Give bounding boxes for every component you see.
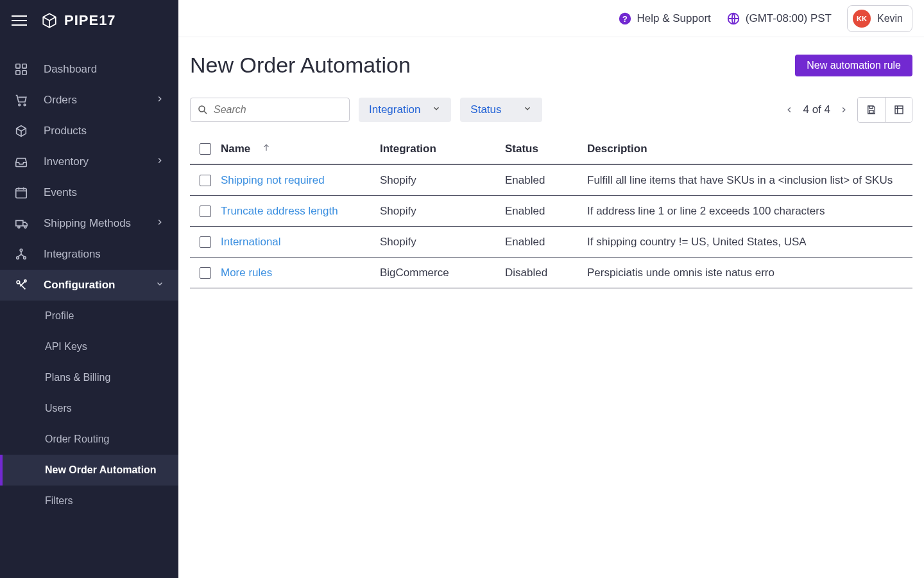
new-automation-rule-button[interactable]: New automation rule — [795, 55, 912, 76]
svg-text:?: ? — [622, 13, 628, 23]
help-icon: ? — [618, 12, 632, 26]
automation-table: Name Integration Status Description Ship… — [190, 134, 912, 288]
cell-description: If address line 1 or line 2 exceeds 100 … — [587, 205, 912, 218]
columns-view-button[interactable] — [885, 98, 912, 122]
avatar: KK — [853, 10, 871, 28]
sidebar-item-label: Integrations — [44, 248, 101, 261]
svg-rect-7 — [16, 220, 23, 225]
chevron-down-icon — [155, 279, 164, 292]
subnav-profile[interactable]: Profile — [0, 301, 178, 331]
sidebar-item-integrations[interactable]: Integrations — [0, 239, 178, 270]
tools-icon — [14, 278, 31, 292]
subnav-plans-billing[interactable]: Plans & Billing — [0, 362, 178, 393]
subnav-filters[interactable]: Filters — [0, 486, 178, 516]
sidebar-item-shipping-methods[interactable]: Shipping Methods — [0, 208, 178, 239]
column-name[interactable]: Name — [221, 143, 380, 156]
column-status[interactable]: Status — [505, 143, 587, 155]
column-integration[interactable]: Integration — [380, 143, 505, 155]
select-all-checkbox[interactable] — [200, 143, 211, 155]
cell-status: Enabled — [505, 205, 587, 218]
help-support-link[interactable]: ? Help & Support — [618, 12, 711, 26]
column-label: Integration — [380, 143, 436, 155]
rule-link[interactable]: Truncate address length — [221, 205, 338, 217]
row-checkbox[interactable] — [200, 206, 211, 217]
cell-status: Disabled — [505, 267, 587, 279]
save-icon — [866, 104, 877, 116]
sidebar-item-events[interactable]: Events — [0, 177, 178, 208]
svg-point-18 — [199, 106, 205, 112]
rule-link[interactable]: More rules — [221, 267, 272, 279]
brand-logo[interactable]: PIPE17 — [41, 12, 116, 29]
svg-rect-2 — [16, 71, 20, 74]
table-header: Name Integration Status Description — [190, 134, 912, 165]
sidebar-item-orders[interactable]: Orders — [0, 85, 178, 116]
sidebar-item-inventory[interactable]: Inventory — [0, 146, 178, 177]
rule-link[interactable]: Shipping not required — [221, 174, 325, 186]
brand-name: PIPE17 — [64, 12, 116, 29]
subnav-order-routing[interactable]: Order Routing — [0, 424, 178, 455]
svg-rect-3 — [22, 71, 26, 74]
svg-point-5 — [24, 104, 26, 106]
user-menu[interactable]: KK Kevin — [847, 5, 912, 32]
truck-icon — [14, 216, 31, 231]
svg-point-14 — [24, 280, 26, 282]
cart-icon — [14, 93, 31, 107]
table-row: Shipping not required Shopify Enabled Fu… — [190, 165, 912, 196]
sidebar-item-label: Orders — [44, 94, 77, 107]
svg-rect-1 — [22, 64, 26, 68]
user-name: Kevin — [877, 13, 903, 24]
svg-point-11 — [17, 257, 19, 259]
svg-point-9 — [24, 226, 26, 228]
svg-rect-0 — [16, 64, 20, 68]
sidebar-item-dashboard[interactable]: Dashboard — [0, 54, 178, 85]
cell-description: Fulfill all line items that have SKUs in… — [587, 174, 912, 187]
pager-next[interactable] — [839, 105, 848, 114]
subnav-api-keys[interactable]: API Keys — [0, 331, 178, 362]
column-description[interactable]: Description — [587, 143, 912, 155]
column-label: Status — [505, 143, 538, 155]
cell-status: Enabled — [505, 174, 587, 187]
cell-integration: BigCommerce — [380, 267, 505, 279]
subnav-users[interactable]: Users — [0, 393, 178, 424]
save-view-button[interactable] — [858, 98, 885, 122]
row-checkbox[interactable] — [200, 236, 211, 248]
cell-status: Enabled — [505, 236, 587, 249]
row-checkbox[interactable] — [200, 267, 211, 279]
table-row: More rules BigCommerce Disabled Perspici… — [190, 258, 912, 288]
sidebar-item-configuration[interactable]: Configuration — [0, 270, 178, 301]
columns-icon — [893, 104, 905, 116]
table-row: Truncate address length Shopify Enabled … — [190, 196, 912, 227]
help-label: Help & Support — [637, 12, 711, 25]
search-icon — [197, 104, 209, 116]
svg-point-10 — [20, 249, 22, 252]
chevron-down-icon — [432, 103, 441, 116]
row-check-cell — [190, 206, 221, 217]
sidebar-item-products[interactable]: Products — [0, 116, 178, 146]
select-all-cell — [190, 143, 221, 155]
page-content: New Order Automation New automation rule… — [178, 37, 924, 288]
row-checkbox[interactable] — [200, 175, 211, 186]
svg-point-12 — [24, 257, 26, 259]
view-toggle — [857, 97, 912, 123]
menu-toggle-icon[interactable] — [12, 15, 27, 26]
pager-prev[interactable] — [785, 105, 794, 114]
sidebar-item-label: Products — [44, 125, 87, 137]
calendar-icon — [14, 186, 31, 200]
chevron-right-icon — [155, 94, 164, 107]
rule-link[interactable]: International — [221, 236, 281, 248]
search-box[interactable] — [190, 98, 350, 122]
subnav-label: Profile — [45, 310, 74, 322]
sort-asc-icon — [262, 143, 271, 156]
timezone-selector[interactable]: (GMT-08:00) PST — [726, 12, 832, 26]
filter-integration[interactable]: Integration — [359, 98, 451, 122]
subnav-new-order-automation[interactable]: New Order Automation — [0, 455, 178, 486]
pager: 4 of 4 — [785, 103, 848, 116]
search-input[interactable] — [214, 104, 343, 116]
cell-integration: Shopify — [380, 174, 505, 187]
svg-rect-19 — [869, 110, 873, 114]
subnav-label: New Order Automation — [45, 464, 157, 476]
package-icon — [14, 124, 31, 138]
page-header: New Order Automation New automation rule — [190, 53, 912, 78]
chevron-right-icon — [155, 217, 164, 230]
filter-status[interactable]: Status — [460, 98, 542, 122]
